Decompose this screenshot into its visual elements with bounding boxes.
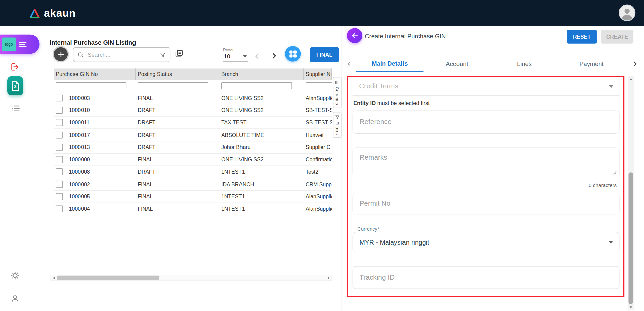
- column-header-branch[interactable]: Branch: [219, 68, 304, 80]
- tab-main-details[interactable]: Main Details: [356, 55, 424, 72]
- row-checkbox[interactable]: [56, 193, 63, 200]
- main-details-form: Credit Terms Entity ID must be selected …: [353, 77, 620, 296]
- cell-status: DRAFT: [136, 144, 219, 150]
- scroll-left-arrow[interactable]: [51, 276, 57, 279]
- row-checkbox[interactable]: [56, 156, 63, 163]
- column-header-supplier[interactable]: Supplier Na: [304, 68, 332, 80]
- purchase-module-icon[interactable]: $: [7, 76, 23, 95]
- filter-input-supplier[interactable]: [306, 82, 332, 89]
- scrollbar-thumb[interactable]: [57, 276, 159, 280]
- rows-label: Rows: [223, 48, 248, 52]
- create-tabs: Main Details Account Lines Payment: [342, 55, 644, 72]
- remarks-textarea[interactable]: [353, 148, 619, 177]
- cell-gin-no: 1000017: [69, 132, 90, 138]
- tabs-scroll-left-icon[interactable]: [342, 55, 356, 72]
- search-input[interactable]: [87, 51, 157, 58]
- chevron-down-icon: [609, 241, 613, 244]
- cell-status: DRAFT: [136, 169, 219, 175]
- table-row[interactable]: 1000002 FINAL IDA BRANCH CRM Suppli: [54, 178, 332, 191]
- table-row[interactable]: 1000000 FINAL ONE LIVING SS2 Confirmatio: [54, 154, 332, 166]
- table-row[interactable]: 1000011 DRAFT TAX TEST SB-TEST-SU: [54, 117, 332, 129]
- reference-input[interactable]: [353, 111, 619, 133]
- cell-gin-no: 1000003: [69, 95, 90, 101]
- back-button[interactable]: [347, 28, 362, 43]
- scrollbar-thumb[interactable]: [628, 172, 633, 304]
- previous-page-button[interactable]: [253, 52, 261, 60]
- rows-per-page-select[interactable]: Rows 10: [223, 48, 248, 62]
- row-checkbox[interactable]: [56, 205, 63, 212]
- row-checkbox[interactable]: [56, 119, 63, 126]
- table-row[interactable]: 1000003 FINAL ONE LIVING SS2 AlanSupplie: [54, 92, 332, 104]
- cell-status: FINAL: [136, 206, 219, 212]
- cell-gin-no: 1000005: [69, 194, 90, 200]
- credit-terms-select[interactable]: Credit Terms: [353, 77, 620, 96]
- permit-no-field[interactable]: [353, 193, 620, 214]
- currency-value: MYR - Malaysian ringgit: [359, 239, 429, 246]
- apps-grid-button[interactable]: [285, 46, 301, 62]
- row-checkbox[interactable]: [56, 132, 63, 139]
- export-app-icon[interactable]: [10, 61, 21, 72]
- duplicate-view-icon[interactable]: [175, 49, 184, 58]
- chevron-down-icon: [243, 55, 247, 57]
- cell-branch: 1NTEST1: [219, 194, 304, 200]
- settings-gear-icon[interactable]: [10, 270, 20, 281]
- columns-label: Columns: [335, 87, 340, 105]
- next-page-button[interactable]: [269, 51, 278, 60]
- filter-input-gin-no[interactable]: [56, 82, 127, 89]
- remarks-field[interactable]: [353, 148, 620, 177]
- brand-name: akaun: [44, 7, 76, 20]
- horizontal-scrollbar[interactable]: [51, 275, 332, 281]
- columns-tool-tab[interactable]: Columns: [333, 77, 342, 108]
- cell-status: FINAL: [136, 194, 219, 200]
- row-checkbox[interactable]: [56, 107, 63, 114]
- create-button[interactable]: CREATE: [601, 30, 633, 44]
- tab-payment[interactable]: Payment: [558, 55, 625, 72]
- filter-input-branch[interactable]: [221, 82, 292, 89]
- cell-branch: IDA BRANCH: [219, 181, 304, 187]
- column-header-posting-status[interactable]: Posting Status: [136, 68, 219, 80]
- currency-select[interactable]: MYR - Malaysian ringgit: [353, 232, 620, 252]
- column-header-purchase-gin-no[interactable]: Purchase GIN No: [54, 68, 136, 80]
- user-avatar[interactable]: [619, 4, 635, 21]
- cell-supplier: SB-TEST-SU: [304, 107, 332, 113]
- create-panel-title: Create Internal Purchase GIN: [365, 33, 446, 40]
- final-filter-button[interactable]: FINAL: [310, 47, 339, 62]
- tracking-id-input[interactable]: [353, 267, 619, 289]
- search-box[interactable]: [73, 47, 170, 62]
- tracking-id-field[interactable]: [353, 266, 620, 289]
- reset-button[interactable]: RESET: [567, 30, 597, 44]
- create-gin-panel: Create Internal Purchase GIN RESET CREAT…: [342, 26, 644, 311]
- scrollbar-track[interactable]: [57, 275, 326, 280]
- row-checkbox[interactable]: [56, 181, 63, 188]
- listing-menu-icon[interactable]: [11, 105, 20, 112]
- add-gin-button[interactable]: [53, 46, 69, 62]
- table-row[interactable]: 1000005 FINAL 1NTEST1 AlanSupplie: [54, 191, 332, 203]
- table-row[interactable]: 1000013 DRAFT Johor Bharu Supplier C: [54, 141, 332, 154]
- cell-gin-no: 1000008: [69, 169, 90, 175]
- table-row[interactable]: 1000008 DRAFT 1NTEST1 Test2: [54, 166, 332, 178]
- filter-input-posting-status[interactable]: [138, 82, 208, 89]
- cell-supplier: AlanSupplie: [304, 206, 332, 212]
- tab-account[interactable]: Account: [423, 55, 491, 72]
- sidebar-menu-toggle[interactable]: logo: [0, 35, 40, 54]
- table-row[interactable]: 1000017 DRAFT ABSOLUTE TIME Huawei: [54, 129, 332, 141]
- profile-person-icon[interactable]: [10, 294, 20, 304]
- row-checkbox[interactable]: [56, 95, 63, 102]
- search-icon: [77, 52, 84, 58]
- permit-no-input[interactable]: [353, 193, 619, 214]
- reference-field[interactable]: [353, 110, 620, 134]
- tab-lines[interactable]: Lines: [491, 55, 558, 72]
- table-filter-row: [54, 80, 332, 92]
- scroll-up-arrow[interactable]: [628, 76, 634, 82]
- table-row[interactable]: 1000010 DRAFT ONE LIVING SS2 SB-TEST-SU: [54, 104, 332, 117]
- row-checkbox[interactable]: [56, 144, 63, 151]
- search-filter-funnel-icon[interactable]: [160, 52, 166, 58]
- vertical-scrollbar[interactable]: [628, 76, 634, 310]
- table-row[interactable]: 1000004 FINAL 1NTEST1 AlanSupplie: [54, 203, 332, 215]
- filters-tool-tab[interactable]: Filters: [333, 112, 342, 138]
- scroll-right-arrow[interactable]: [326, 276, 331, 279]
- scroll-down-arrow[interactable]: [628, 304, 634, 310]
- listing-panel: Internal Purchase GIN Listing: [32, 26, 342, 311]
- row-checkbox[interactable]: [56, 168, 63, 175]
- tabs-scroll-right-icon[interactable]: [625, 55, 644, 72]
